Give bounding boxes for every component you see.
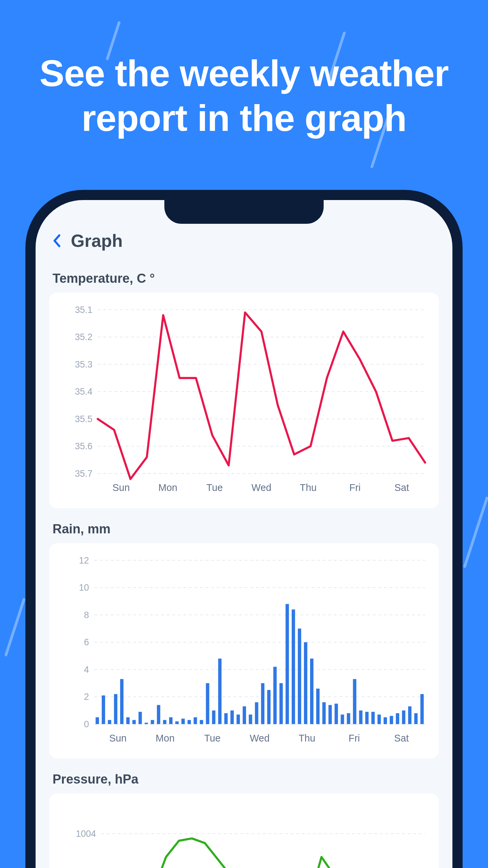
svg-text:2: 2 <box>84 692 89 702</box>
svg-rect-59 <box>243 706 246 724</box>
svg-text:35.2: 35.2 <box>75 332 93 342</box>
svg-text:35.6: 35.6 <box>75 441 93 451</box>
temperature-label: Temperature, C ° <box>53 271 439 286</box>
svg-rect-72 <box>322 702 326 724</box>
rain-chart: 024681012SunMonTueWedThuFriSat <box>56 553 432 749</box>
svg-rect-69 <box>304 642 307 724</box>
svg-rect-84 <box>396 713 399 724</box>
svg-text:10: 10 <box>79 583 89 593</box>
svg-text:4: 4 <box>84 664 89 674</box>
svg-text:Wed: Wed <box>250 733 270 744</box>
svg-rect-60 <box>249 714 252 724</box>
svg-text:Mon: Mon <box>156 733 175 744</box>
temperature-chart: 35.135.235.335.435.535.635.7SunMonTueWed… <box>56 303 432 498</box>
svg-rect-35 <box>96 717 99 724</box>
svg-rect-50 <box>187 720 191 724</box>
svg-text:Tue: Tue <box>206 482 223 493</box>
svg-rect-48 <box>175 721 179 724</box>
svg-rect-80 <box>371 712 375 724</box>
svg-text:8: 8 <box>84 610 89 620</box>
svg-rect-36 <box>102 695 105 724</box>
svg-text:6: 6 <box>84 637 89 647</box>
svg-rect-70 <box>310 658 313 724</box>
svg-text:Tue: Tue <box>204 733 221 744</box>
svg-text:Fri: Fri <box>349 482 361 493</box>
svg-rect-67 <box>292 609 295 724</box>
svg-rect-68 <box>298 628 301 724</box>
page-title: Graph <box>71 231 123 251</box>
pressure-label: Pressure, hPa <box>53 772 439 787</box>
svg-rect-40 <box>126 717 130 724</box>
svg-rect-56 <box>224 713 228 724</box>
svg-rect-47 <box>169 717 172 724</box>
svg-text:35.1: 35.1 <box>75 305 93 315</box>
svg-rect-71 <box>316 688 320 724</box>
chevron-left-icon <box>53 234 61 248</box>
svg-rect-87 <box>414 713 418 724</box>
svg-rect-75 <box>341 714 344 724</box>
svg-rect-43 <box>145 723 148 724</box>
svg-text:Wed: Wed <box>251 482 271 493</box>
svg-rect-61 <box>255 702 258 724</box>
svg-rect-62 <box>261 683 264 724</box>
svg-text:Sat: Sat <box>394 733 409 744</box>
temperature-chart-card: 35.135.235.335.435.535.635.7SunMonTueWed… <box>49 293 439 508</box>
rain-streak <box>4 598 25 657</box>
pressure-chart: 100010021004 <box>56 804 432 868</box>
svg-rect-79 <box>365 712 369 724</box>
svg-rect-83 <box>390 716 393 724</box>
phone-notch <box>164 200 324 224</box>
svg-rect-55 <box>218 658 222 724</box>
svg-rect-73 <box>328 705 332 724</box>
svg-text:Sun: Sun <box>113 482 130 493</box>
svg-text:Thu: Thu <box>300 482 317 493</box>
svg-rect-66 <box>286 604 289 724</box>
svg-rect-74 <box>334 704 338 724</box>
svg-rect-57 <box>230 710 234 724</box>
rain-chart-card: 024681012SunMonTueWedThuFriSat <box>49 543 439 759</box>
svg-text:Sun: Sun <box>109 733 126 744</box>
svg-rect-49 <box>181 718 185 724</box>
svg-rect-82 <box>384 717 387 724</box>
app-header: Graph <box>49 231 439 258</box>
svg-rect-53 <box>206 683 209 724</box>
svg-text:1004: 1004 <box>76 829 96 839</box>
back-button[interactable] <box>53 234 61 248</box>
svg-rect-65 <box>280 683 283 724</box>
svg-rect-51 <box>194 717 197 724</box>
rain-streak <box>463 496 488 568</box>
svg-rect-78 <box>359 710 363 724</box>
svg-rect-52 <box>200 720 203 724</box>
svg-rect-77 <box>353 679 357 724</box>
svg-text:Fri: Fri <box>348 733 360 744</box>
svg-text:12: 12 <box>79 555 89 565</box>
svg-rect-38 <box>114 694 117 724</box>
svg-rect-86 <box>408 706 411 724</box>
svg-text:35.3: 35.3 <box>75 359 93 370</box>
svg-rect-41 <box>133 720 136 724</box>
svg-rect-85 <box>402 710 405 724</box>
svg-rect-64 <box>273 667 277 724</box>
svg-text:Mon: Mon <box>158 482 177 493</box>
phone-frame: Graph Temperature, C ° 35.135.235.335.43… <box>25 190 463 868</box>
svg-rect-39 <box>120 679 123 724</box>
svg-rect-37 <box>108 720 111 724</box>
svg-rect-54 <box>212 710 216 724</box>
svg-text:Thu: Thu <box>299 733 316 744</box>
pressure-chart-card: 100010021004 <box>49 793 439 868</box>
svg-rect-76 <box>347 713 350 724</box>
svg-rect-88 <box>420 694 424 724</box>
svg-text:0: 0 <box>84 719 89 729</box>
svg-rect-58 <box>237 714 240 724</box>
svg-rect-81 <box>378 714 381 724</box>
svg-text:35.7: 35.7 <box>75 469 93 479</box>
app-screen: Graph Temperature, C ° 35.135.235.335.43… <box>36 200 452 868</box>
svg-rect-42 <box>139 712 142 724</box>
svg-text:35.5: 35.5 <box>75 414 93 424</box>
rain-label: Rain, mm <box>53 522 439 536</box>
svg-text:Sat: Sat <box>394 482 409 493</box>
svg-text:35.4: 35.4 <box>75 387 93 397</box>
promo-headline: See the weekly weather report in the gra… <box>0 51 488 140</box>
svg-rect-46 <box>163 720 166 724</box>
svg-rect-44 <box>151 720 154 724</box>
